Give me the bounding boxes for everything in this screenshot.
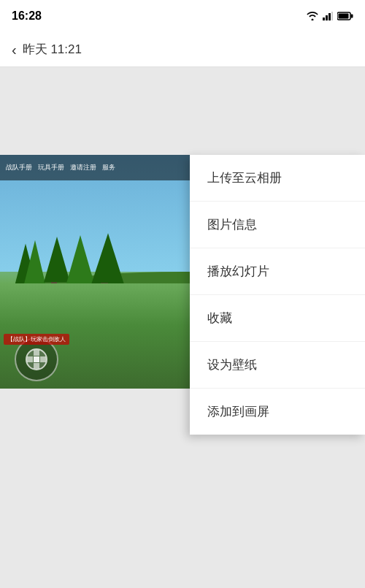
menu-item-image-info[interactable]: 图片信息 [190,202,365,248]
wifi-icon [307,12,318,20]
dpad-center [34,356,39,362]
game-ui-text-2: 玩具手册 [38,163,64,172]
menu-item-upload-cloud[interactable]: 上传至云相册 [190,155,365,202]
back-arrow-icon: ‹ [12,42,17,57]
status-bar: 16:28 [0,0,365,32]
dpad-down [34,363,39,369]
svg-marker-15 [91,233,124,284]
menu-item-add-desktop[interactable]: 添加到画屏 [190,389,365,435]
battery-icon [337,12,353,20]
status-icons [307,12,353,20]
svg-rect-3 [331,12,333,20]
svg-marker-13 [66,235,95,286]
game-ui-text-3: 邀请注册 [70,163,96,172]
content-area: 战队手册 玩具手册 邀请注册 服务 11:35 136 [0,67,365,588]
menu-item-slideshow[interactable]: 播放幻灯片 [190,248,365,295]
kill-feed: 【战队】玩家击倒敌人 [4,334,69,345]
game-ui-text-1: 战队手册 [6,163,32,172]
context-menu: 上传至云相册 图片信息 播放幻灯片 收藏 设为壁纸 添加到画屏 [190,155,365,435]
svg-marker-11 [44,237,70,282]
svg-rect-2 [328,13,331,20]
dpad [27,350,46,369]
nav-bar: ‹ 昨天 11:21 [0,32,365,67]
dpad-up [34,350,39,356]
menu-item-set-wallpaper[interactable]: 设为壁纸 [190,342,365,389]
svg-rect-0 [323,18,325,20]
signal-icon [323,12,333,20]
nav-title: 昨天 11:21 [23,41,82,58]
menu-item-favorite[interactable]: 收藏 [190,295,365,342]
joystick-inner [26,348,47,370]
back-button[interactable]: ‹ 昨天 11:21 [12,41,82,58]
dpad-left [27,356,33,362]
game-ui-text-4: 服务 [102,163,115,172]
svg-rect-1 [326,15,328,20]
svg-rect-6 [339,14,349,19]
dpad-right [40,356,46,362]
status-time: 16:28 [12,9,42,23]
svg-rect-5 [351,15,353,18]
